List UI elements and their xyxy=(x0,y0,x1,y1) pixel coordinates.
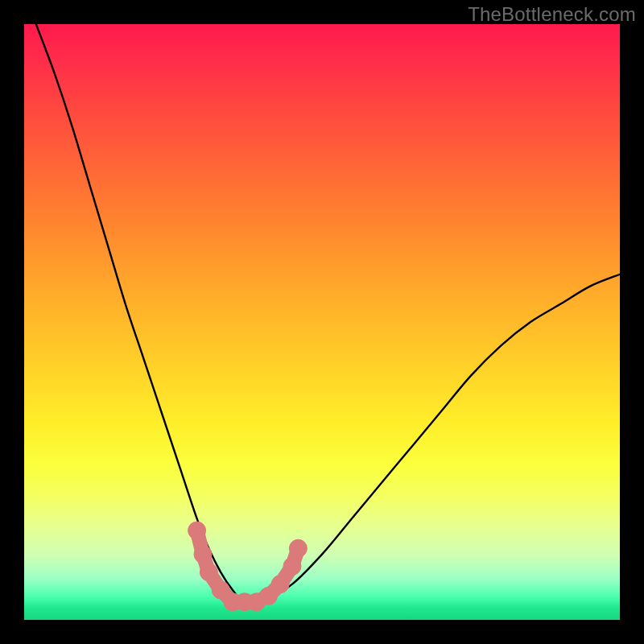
plot-area xyxy=(24,24,620,620)
chart-stage: TheBottleneck.com xyxy=(0,0,644,644)
watermark-text: TheBottleneck.com xyxy=(468,3,636,26)
marker-group xyxy=(188,522,308,611)
bottleneck-curve xyxy=(36,24,620,604)
marker-dot xyxy=(289,539,307,557)
curve-layer xyxy=(24,24,620,620)
